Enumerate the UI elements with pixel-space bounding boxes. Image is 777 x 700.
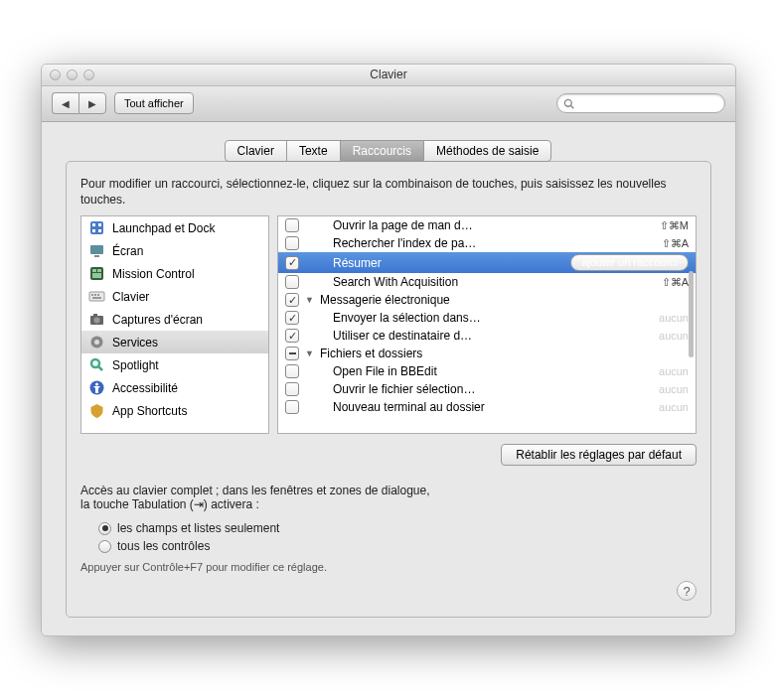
tab-raccourcis[interactable]: Raccourcis [340,140,424,162]
shortcut-row[interactable]: Résumerajouter un raccourci [278,252,696,273]
checkbox[interactable] [285,364,299,378]
shortcut-label: Envoyer la sélection dans… [333,311,653,325]
preferences-window: Clavier ◀ ▶ Tout afficher ClavierTexteRa… [41,64,736,636]
shortcut-row[interactable]: Open File in BBEditaucun [278,362,696,380]
shortcut-label: Messagerie électronique [320,293,689,307]
radio-text-boxes[interactable]: les champs et listes seulement [98,519,697,537]
shortcut-label: Open File in BBEdit [333,364,653,378]
svg-point-23 [91,359,99,367]
radio-label: les champs et listes seulement [117,521,279,535]
show-all-button[interactable]: Tout afficher [114,92,194,114]
nav-back-forward: ◀ ▶ [52,92,106,114]
svg-rect-15 [94,294,96,296]
sidebar-item--cran[interactable]: Écran [81,239,268,262]
tab-méthodes-de-saisie[interactable]: Méthodes de saisie [423,140,551,162]
shortcut-row[interactable]: Search With Acquisition⇧⌘A [278,273,696,291]
svg-rect-5 [92,229,95,232]
radio-all-controls[interactable]: tous les contrôles [98,537,697,555]
sidebar-item-label: Clavier [112,290,149,304]
access-line2: la touche Tabulation (⇥) activera : [80,497,697,511]
checkbox[interactable] [285,218,299,232]
svg-rect-8 [94,255,99,257]
svg-line-24 [98,366,102,370]
checkbox[interactable] [285,275,299,289]
svg-point-0 [564,99,571,106]
forward-button[interactable]: ▶ [78,92,106,114]
shortcut-row[interactable]: Nouveau terminal au dossieraucun [278,398,696,416]
sidebar-item-launchpad-et-dock[interactable]: Launchpad et Dock [81,216,268,239]
checkbox[interactable] [285,329,299,343]
chevron-right-icon: ▶ [88,98,96,109]
sidebar-item-label: Services [112,336,158,350]
checkbox[interactable] [285,256,299,270]
tabs: ClavierTexteRaccourcisMéthodes de saisie [66,140,711,162]
checkbox[interactable] [285,293,299,307]
restore-defaults-button[interactable]: Rétablir les réglages par défaut [501,444,697,466]
screen-icon [88,242,105,259]
disclosure-triangle-icon[interactable]: ▼ [305,295,314,305]
tab-clavier[interactable]: Clavier [225,140,287,162]
sidebar-item-label: Accessibilité [112,381,178,395]
back-button[interactable]: ◀ [52,92,78,114]
svg-rect-13 [89,292,104,301]
app-icon [88,402,105,419]
search-field[interactable] [556,93,725,113]
shortcut-row[interactable]: Rechercher l'index de pa…⇧⌘A [278,234,696,252]
svg-rect-12 [92,273,101,278]
shortcut-label: Résumer [333,256,564,270]
sidebar-item-accessibilit-[interactable]: Accessibilité [81,376,268,399]
svg-rect-4 [98,223,101,226]
access-line1: Accès au clavier complet ; dans les fenê… [80,484,697,497]
shortcut-row[interactable]: ▼Messagerie électronique [278,291,696,309]
shortcut-row[interactable]: Envoyer la sélection dans…aucun [278,309,696,327]
toolbar: ◀ ▶ Tout afficher [42,86,735,122]
svg-rect-7 [90,245,103,254]
disclosure-triangle-icon[interactable]: ▼ [305,349,314,358]
checkbox[interactable] [285,400,299,414]
svg-rect-17 [92,297,101,299]
sidebar-item-label: Captures d'écran [112,313,203,327]
sidebar-item-services[interactable]: Services [81,331,268,353]
svg-point-22 [94,340,99,345]
sidebar-item-mission-control[interactable]: Mission Control [81,262,268,285]
shortcut-label: Nouveau terminal au dossier [333,400,653,414]
shortcut-row[interactable]: Utiliser ce destinataire d…aucun [278,327,696,345]
sidebar-item-label: App Shortcuts [112,404,187,418]
svg-line-1 [571,105,574,108]
shortcut-key: aucun [659,312,689,324]
scrollbar[interactable] [689,271,694,357]
shortcut-row[interactable]: Ouvrir la page de man d…⇧⌘M [278,216,696,234]
sidebar-item-label: Launchpad et Dock [112,221,215,235]
checkbox[interactable] [285,236,299,250]
help-button[interactable]: ? [677,581,697,601]
search-input[interactable] [578,97,718,109]
shortcut-label: Ouvrir la page de man d… [333,218,650,232]
sidebar-item-captures-d-cran[interactable]: Captures d'écran [81,308,268,331]
radio-icon [98,522,111,535]
sidebar-item-app-shortcuts[interactable]: App Shortcuts [81,399,268,422]
checkbox[interactable] [285,382,299,396]
sidebar-item-label: Spotlight [112,358,159,372]
shortcut-key: aucun [659,330,689,342]
shortcut-row[interactable]: ▼Fichiers et dossiers [278,345,696,362]
svg-rect-10 [92,269,96,272]
shortcut-list[interactable]: Ouvrir la page de man d…⇧⌘MRechercher l'… [277,215,697,434]
svg-rect-2 [90,221,103,234]
sidebar-item-spotlight[interactable]: Spotlight [81,353,268,376]
radio-label: tous les contrôles [117,539,210,553]
shortcut-row[interactable]: Ouvrir le fichier sélection…aucun [278,380,696,398]
add-shortcut-button[interactable]: ajouter un raccourci [570,254,689,271]
svg-rect-11 [97,269,101,272]
checkbox[interactable] [285,311,299,325]
svg-rect-3 [92,223,95,226]
svg-rect-6 [98,229,101,232]
shortcut-key: aucun [659,365,689,377]
category-list[interactable]: Launchpad et DockÉcranMission ControlCla… [80,215,269,434]
mission-icon [88,265,105,282]
full-keyboard-access: Accès au clavier complet ; dans les fenê… [80,484,697,573]
checkbox[interactable] [285,347,299,360]
tab-texte[interactable]: Texte [286,140,341,162]
instructions: Pour modifier un raccourci, sélectionnez… [80,176,697,208]
sidebar-item-clavier[interactable]: Clavier [81,285,268,308]
access-icon [88,379,105,396]
